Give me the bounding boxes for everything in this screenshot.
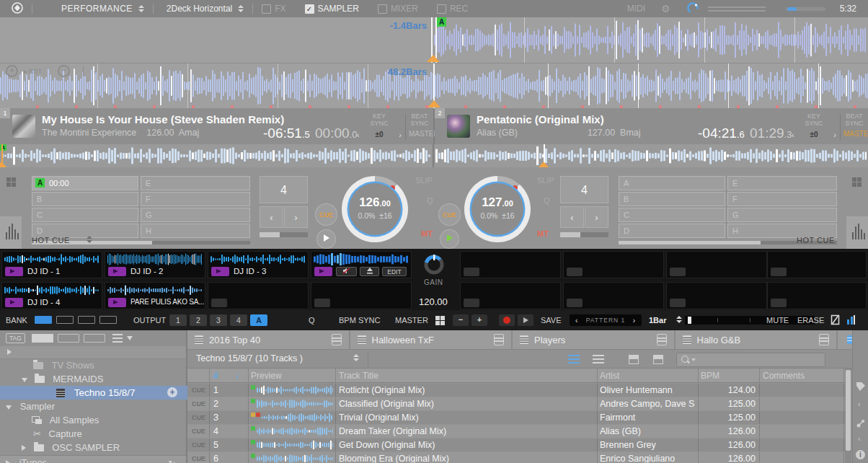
main-volume-slider[interactable] — [786, 7, 825, 11]
sample-slot-5[interactable]: DJ ID - 4 — [1, 282, 102, 309]
deck-b-beat-sync[interactable]: BEATSYNC MASTER — [843, 113, 865, 138]
tag-icon[interactable] — [856, 382, 865, 391]
hotcue-slot-e[interactable]: E — [727, 176, 837, 190]
pattern-prev-icon[interactable]: ‹ — [575, 317, 578, 325]
bpm-sync-button[interactable]: BPM SYNC — [339, 316, 380, 325]
pattern-position-slider[interactable] — [685, 316, 815, 325]
sample-slot-1[interactable]: DJ ID - 1 — [1, 251, 102, 278]
sample-eject-button[interactable] — [360, 267, 379, 276]
deck-b-master-indicator[interactable]: MASTER — [843, 131, 865, 138]
tag-filter-button[interactable]: TAG — [6, 333, 25, 343]
deck-b-zoom-waveform[interactable]: 48.2Bars + ▸ RST − ‹ — [0, 63, 868, 108]
deck-a-zoom-waveform[interactable]: A -1.4Bars — [0, 17, 868, 63]
deck-b-move-size[interactable]: 4 — [560, 176, 608, 203]
sample-edit-button[interactable]: EDIT — [382, 267, 407, 276]
tab-doc-icon[interactable] — [494, 334, 504, 345]
minus-button[interactable]: − — [453, 314, 469, 326]
mode-selector[interactable]: PERFORMANCE — [61, 4, 133, 14]
deck-b-mt-toggle[interactable]: MT — [537, 229, 549, 238]
pattern-selector[interactable]: ‹ PATTERN 1 › — [570, 314, 642, 326]
sample-trigger-button[interactable] — [314, 267, 332, 276]
sidebar-item-itunes[interactable]: iTunes ↻ — [0, 455, 186, 463]
deck-a-move-size[interactable]: 4 — [260, 176, 308, 203]
sample-trigger-button[interactable] — [771, 299, 787, 307]
key-up-icon[interactable]: › — [833, 131, 836, 138]
sample-slot-empty[interactable] — [208, 282, 309, 309]
sample-mute-button[interactable] — [336, 267, 357, 276]
tab-doc-icon[interactable] — [819, 334, 829, 345]
sample-trigger-button[interactable] — [670, 268, 686, 276]
deck-a-key-sync[interactable]: KEYSYNC ‹±0› — [357, 113, 402, 138]
hotcue-slot-d[interactable]: D — [619, 224, 725, 238]
hotcue-slot-a[interactable]: A00:00 — [32, 176, 138, 190]
layout-selector[interactable]: 2Deck Horizontal — [167, 4, 232, 14]
deck-a-move-back[interactable]: ‹ — [260, 206, 283, 228]
tracklist-scrollbar[interactable] — [845, 369, 851, 463]
deck-b-flux-icon[interactable] — [852, 224, 865, 239]
column-bpm[interactable]: BPM — [701, 371, 719, 381]
column-comments[interactable]: Comments — [763, 371, 805, 381]
preview-waveform[interactable] — [251, 440, 333, 450]
preview-waveform[interactable] — [251, 426, 333, 436]
nodes-icon[interactable] — [856, 418, 866, 431]
column-num[interactable]: # — [213, 371, 218, 381]
track-row-5[interactable]: CUE5 Get Down (Original Mix)Brennen Grey… — [187, 438, 845, 451]
mode-selector-chevrons[interactable] — [138, 5, 144, 12]
search-input[interactable] — [676, 353, 825, 367]
sample-slot-empty[interactable] — [767, 282, 867, 309]
list-view-icon[interactable] — [568, 355, 580, 363]
sample-trigger-button[interactable] — [464, 268, 479, 276]
sample-slot-empty[interactable] — [311, 282, 412, 309]
deck-b-tempo-dial[interactable]: 127.00 0.0% ±16 — [464, 176, 531, 242]
deck-b-move-fwd[interactable]: › — [585, 206, 608, 228]
output-4-button[interactable]: 4 — [230, 314, 247, 326]
hotcue-slot-g[interactable]: G — [141, 208, 250, 222]
deck-a-layout-icon[interactable] — [6, 177, 16, 187]
pattern-length-chevrons[interactable] — [676, 316, 682, 323]
rec-toggle[interactable]: REC — [437, 4, 468, 14]
deck-b-layout-icon[interactable] — [852, 177, 862, 187]
bank-1-swatch[interactable] — [35, 316, 52, 324]
cover-view-icon[interactable] — [629, 355, 639, 364]
column-preview[interactable]: Preview — [251, 371, 282, 381]
deck-b-move-slider[interactable] — [560, 232, 608, 237]
playlist-selector-chevrons[interactable] — [353, 354, 359, 361]
hotcue-slot-c[interactable]: C — [619, 208, 725, 222]
collapse-left-icon[interactable]: ‹ — [858, 400, 861, 408]
preview-waveform[interactable] — [251, 454, 333, 463]
sample-trigger-button[interactable] — [211, 267, 229, 276]
sample-slot-empty[interactable] — [460, 282, 561, 309]
hotcue-slot-b[interactable]: B — [619, 192, 725, 206]
mixer-toggle[interactable]: MIXER — [378, 4, 418, 14]
track-row-6[interactable]: CUE6 Blooming Era (Original Mix)Enrico S… — [187, 452, 845, 463]
track-row-4[interactable]: CUE4 Dream Taker (Original Mix)Alias (GB… — [187, 425, 845, 438]
deck-b-key-sync[interactable]: KEYSYNC ‹±0› — [792, 113, 836, 138]
quantize-toggle[interactable]: Q — [309, 316, 315, 325]
hotcue-mode-label[interactable]: HOT CUE — [797, 236, 835, 244]
sort-descending-icon[interactable]: ↓ — [235, 371, 239, 381]
sample-trigger-button[interactable] — [108, 267, 126, 276]
output-1-button[interactable]: 1 — [169, 314, 187, 326]
hotcue-slot-c[interactable]: C — [32, 208, 138, 222]
sample-trigger-button[interactable] — [567, 299, 583, 307]
sample-slot-3[interactable]: DJ ID - 3 — [208, 251, 309, 278]
output-3-button[interactable]: 3 — [210, 314, 227, 326]
key-down-icon[interactable]: ‹ — [357, 131, 360, 138]
deck-a-tempo-dial[interactable]: 126.00 0.0% ±16 — [342, 176, 408, 242]
deck-b-cue-button[interactable]: CUE — [438, 203, 461, 226]
master-button[interactable]: MASTER — [395, 316, 428, 325]
sample-slot-6[interactable]: PARE PULIS AKO SA... — [105, 282, 205, 309]
pattern-next-icon[interactable]: › — [633, 317, 636, 325]
save-button[interactable]: SAVE — [541, 316, 562, 325]
cover-grid-icon[interactable] — [653, 355, 663, 364]
track-row-1[interactable]: CUE1 Rotlicht (Original Mix)Oliver Hunte… — [187, 384, 845, 397]
track-row-3[interactable]: CUE3 Trivial (Original Mix)Fairmont125.0… — [187, 411, 845, 424]
sample-trigger-button[interactable] — [314, 299, 330, 307]
tab-hallo-gb[interactable]: Hallo G&B — [676, 330, 837, 349]
sample-trigger-button[interactable] — [5, 298, 23, 307]
tree-collapse-row[interactable] — [0, 346, 186, 359]
deck-b-stripe[interactable] — [434, 144, 868, 167]
erase-mode-button[interactable]: ERASE — [797, 316, 824, 325]
add-icon[interactable]: + — [167, 387, 177, 397]
hotcue-slot-b[interactable]: B — [32, 192, 138, 206]
